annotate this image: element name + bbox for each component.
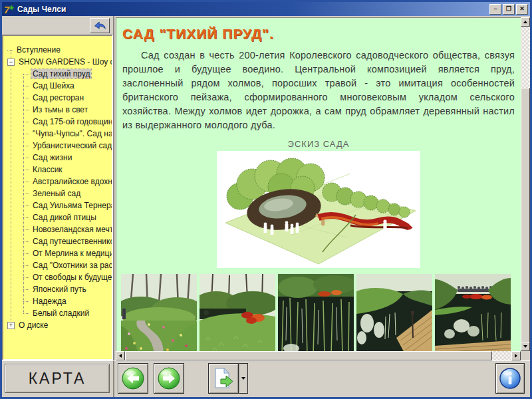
minimize-button[interactable]: – bbox=[489, 4, 501, 15]
horizontal-scroll-thumb[interactable] bbox=[125, 351, 492, 360]
tree-item-label[interactable]: Сад 175-ой годовщины bbox=[31, 117, 112, 126]
tree-item-label[interactable]: Вступление bbox=[15, 45, 62, 55]
content-cell: САД "ТИХИЙ ПРУД". Сад создан в честь 200… bbox=[114, 16, 530, 360]
down-arrow-icon bbox=[523, 345, 527, 350]
forward-button[interactable] bbox=[154, 363, 184, 394]
collapse-icon[interactable]: − bbox=[7, 59, 15, 66]
tree-item-label[interactable]: Сад жизни bbox=[31, 153, 73, 162]
thumbnail-photo-1[interactable] bbox=[121, 274, 197, 351]
tree-item[interactable]: Из тьмы в свет bbox=[3, 104, 112, 116]
exit-dropdown-button[interactable] bbox=[239, 363, 248, 394]
hide-panel-button[interactable] bbox=[90, 18, 110, 33]
restore-button[interactable]: ❐ bbox=[503, 4, 515, 15]
tree-connector bbox=[23, 265, 29, 266]
tree-item-label[interactable]: Надежда bbox=[31, 297, 68, 306]
tree-item[interactable]: Урбанистический сад bbox=[3, 140, 112, 152]
tree-item[interactable]: Сад ресторан bbox=[3, 92, 112, 104]
tree-item-label[interactable]: От свободы к будущем bbox=[31, 273, 112, 282]
tree-connector bbox=[23, 229, 29, 230]
exit-button[interactable] bbox=[208, 363, 239, 394]
tree-item-label[interactable]: Японский путь bbox=[31, 285, 88, 294]
tree-item[interactable]: Новозеландская мечт bbox=[3, 223, 112, 235]
tree-item-label[interactable]: SHOW GARDENS - Шоу с bbox=[17, 57, 112, 66]
tree-item-label[interactable]: Зеленый сад bbox=[31, 189, 82, 198]
tree-item[interactable]: От Мерлина к медици bbox=[3, 247, 112, 259]
close-button[interactable]: ✕ bbox=[516, 4, 528, 15]
tree-item-label[interactable]: Сад путешественнико bbox=[31, 237, 112, 246]
thumbnail-photo-4[interactable] bbox=[356, 274, 432, 351]
tree-item-label[interactable]: Классик bbox=[31, 165, 64, 174]
tree-item-label[interactable]: Из тьмы в свет bbox=[31, 105, 89, 114]
tree-connector bbox=[23, 301, 29, 302]
tree-item-label[interactable]: "Чупа-Чупсы". Сад на bbox=[31, 129, 112, 138]
horizontal-scrollbar[interactable] bbox=[116, 351, 521, 360]
tree-item[interactable]: Вступление bbox=[3, 44, 112, 56]
scroll-left-button[interactable] bbox=[116, 351, 125, 360]
tree-item[interactable]: "Чупа-Чупсы". Сад на bbox=[3, 128, 112, 140]
tree-item[interactable]: Зеленый сад bbox=[3, 188, 112, 200]
bottom-toolbar bbox=[114, 360, 530, 397]
thumbnail-photo-5[interactable] bbox=[435, 274, 511, 351]
app-window: 7 Сады Челси – ❐ ✕ Вступление−SHOW GARDE… bbox=[0, 0, 532, 399]
photo-thumbnails bbox=[121, 274, 516, 351]
tree-item-label[interactable]: Сад "Охотники за раст bbox=[31, 261, 112, 270]
tree-item[interactable]: Сад дикой птицы bbox=[3, 211, 112, 223]
exit-document-icon bbox=[211, 366, 235, 390]
tree-item[interactable]: Сад Уильяма Тернера bbox=[3, 200, 112, 211]
vertical-scrollbar[interactable] bbox=[521, 17, 530, 351]
tree-item-label[interactable]: О диске bbox=[17, 321, 49, 330]
tree-item[interactable]: Сад "Охотники за раст bbox=[3, 259, 112, 271]
tree-item[interactable]: Австралийское вдохно bbox=[3, 176, 112, 188]
tree-connector bbox=[23, 241, 29, 242]
tree-connector bbox=[23, 110, 29, 110]
vertical-scroll-thumb[interactable] bbox=[521, 88, 530, 345]
tree-connector bbox=[23, 74, 29, 74]
window-title: Сады Челси bbox=[17, 5, 488, 14]
tree-item-label[interactable]: Сад тихий пруд bbox=[31, 69, 91, 78]
svg-text:7: 7 bbox=[4, 4, 10, 15]
tree-connector bbox=[23, 158, 29, 158]
thumbnail-photo-3[interactable] bbox=[278, 274, 354, 351]
main-area: Вступление−SHOW GARDENS - Шоу сСад тихий… bbox=[2, 16, 530, 397]
tree-item-label[interactable]: Сад дикой птицы bbox=[31, 213, 98, 222]
scroll-down-button[interactable] bbox=[521, 342, 530, 351]
tree-item[interactable]: Сад Шейха bbox=[3, 80, 112, 92]
tree-item-label[interactable]: Сад ресторан bbox=[31, 93, 85, 102]
article-paragraph: Сад создан в честь 200-летия Королевског… bbox=[122, 49, 515, 132]
expand-icon[interactable]: + bbox=[7, 322, 15, 329]
tree-item[interactable]: Сад путешественнико bbox=[3, 235, 112, 247]
tree-item-label[interactable]: Белый сладкий bbox=[31, 309, 90, 318]
tree-item-label[interactable]: Австралийское вдохно bbox=[31, 177, 112, 186]
tree-item-label[interactable]: Новозеландская мечт bbox=[31, 225, 112, 234]
tree-item-label[interactable]: Сад Шейха bbox=[31, 81, 76, 90]
tree-item-label[interactable]: От Мерлина к медици bbox=[31, 249, 112, 258]
tree-connector bbox=[23, 205, 29, 206]
tree-item[interactable]: Сад 175-ой годовщины bbox=[3, 116, 112, 128]
back-arrow-icon bbox=[93, 21, 106, 30]
tree-connector bbox=[23, 146, 29, 146]
sidebar: Вступление−SHOW GARDENS - Шоу сСад тихий… bbox=[2, 16, 114, 360]
tree-item[interactable]: Надежда bbox=[3, 295, 112, 307]
tree-item[interactable]: −SHOW GARDENS - Шоу с bbox=[3, 56, 112, 68]
tree-item[interactable]: От свободы к будущем bbox=[3, 271, 112, 283]
page-title: САД "ТИХИЙ ПРУД". bbox=[122, 26, 516, 42]
forward-orb-icon bbox=[157, 366, 181, 390]
info-button[interactable] bbox=[495, 363, 525, 394]
back-button[interactable] bbox=[118, 363, 148, 394]
scroll-right-button[interactable] bbox=[511, 351, 521, 360]
scrollbar-corner bbox=[521, 351, 530, 360]
tree-item[interactable]: +О диске bbox=[3, 319, 112, 331]
up-arrow-icon bbox=[523, 19, 527, 23]
tree-item[interactable]: Классик bbox=[3, 164, 112, 176]
tree-item-label[interactable]: Сад Уильяма Тернера bbox=[31, 201, 112, 210]
tree-item[interactable]: Японский путь bbox=[3, 283, 112, 295]
map-button[interactable]: КАРТА bbox=[5, 364, 110, 393]
tree-item[interactable]: Сад жизни bbox=[3, 152, 112, 164]
tree-item[interactable]: Сад тихий пруд bbox=[3, 68, 112, 80]
info-orb-icon bbox=[498, 366, 522, 390]
tree-item-label[interactable]: Урбанистический сад bbox=[31, 141, 112, 150]
scroll-up-button[interactable] bbox=[521, 17, 530, 27]
tree-item[interactable]: Белый сладкий bbox=[3, 307, 112, 319]
tree-connector bbox=[23, 170, 29, 170]
thumbnail-photo-2[interactable] bbox=[200, 274, 275, 351]
